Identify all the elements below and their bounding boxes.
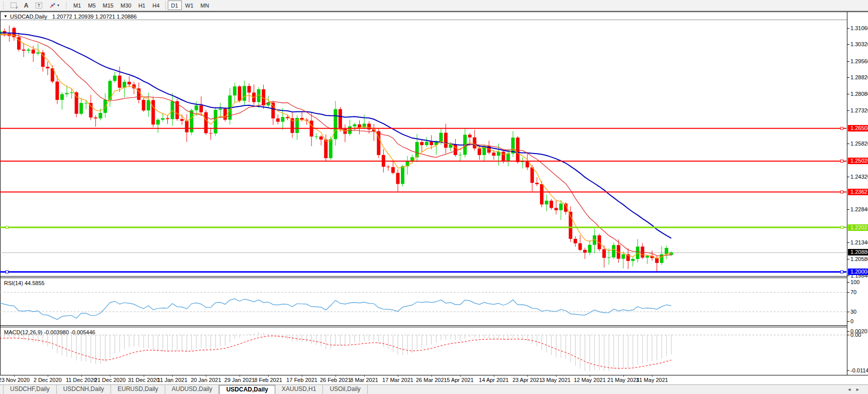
grid-f-icon [11, 3, 17, 8]
price-badge-1.25026: 1.25026 [848, 158, 868, 164]
tab-usdcnh-daily[interactable]: USDCNH,Daily [57, 385, 111, 394]
timeframe-button-m5[interactable]: M5 [84, 1, 99, 10]
collapse-triangle-icon[interactable]: ▼ [4, 14, 8, 19]
timeframe-button-m15[interactable]: M15 [99, 1, 117, 10]
tab-audusd-daily[interactable]: AUDUSD,Daily [165, 385, 220, 394]
macd-axis-label: -0.011462 [847, 367, 868, 373]
boxed-t-icon: T [36, 3, 42, 9]
rsi-pane [0, 292, 846, 319]
candles[interactable] [0, 26, 673, 272]
timeframe-group: M1M5M15M30H1H4D1W1MN [70, 1, 212, 10]
rsi-axis-label: 100 [847, 279, 859, 285]
price-tick-label: 1.28080 [847, 91, 868, 97]
price-tick-label: 1.21340 [847, 239, 868, 245]
tab-usdcad-daily[interactable]: USDCAD,Daily [219, 385, 275, 394]
arrows-tool-button[interactable]: ▾ [46, 1, 63, 10]
price-tick-label: 1.30320 [847, 41, 868, 47]
price-tick-label: 1.24320 [847, 174, 868, 180]
text-tool-button[interactable]: A [20, 1, 32, 10]
price-badge-1.26508: 1.26508 [848, 125, 868, 132]
rsi-axis-label: 0 [847, 318, 853, 324]
chart-window: ▼ USDCAD,Daily 1.20772 1.20939 1.20721 1… [0, 12, 847, 375]
grid-f-tool-button[interactable] [7, 1, 20, 10]
price-tick-label: 1.31060 [847, 25, 868, 31]
rsi-axis-label: 30 [847, 309, 856, 315]
date-axis[interactable]: 23 Nov 20202 Dec 202011 Dec 202021 Dec 2… [0, 375, 868, 384]
price-badge-1.23627: 1.23627 [848, 189, 868, 195]
tab-eurusd-daily[interactable]: EURUSD,Daily [111, 385, 165, 394]
price-axis[interactable]: 1.310601.303201.295601.288201.280801.273… [847, 12, 868, 375]
chart-plot-area[interactable] [0, 12, 847, 375]
timeframe-button-h4[interactable]: H4 [149, 1, 163, 10]
price-badge-1.22021: 1.22021 [848, 224, 868, 231]
toolbar-grip [2, 2, 6, 9]
price-tick-label: 1.22840 [847, 206, 868, 212]
chart-symbol-period: USDCAD,Daily [10, 14, 47, 20]
macd-indicator-label: MACD(12,26,9) -0.003980 -0.005446 [4, 329, 95, 335]
price-tick-label: 1.27320 [847, 107, 868, 113]
chevron-down-icon: ▾ [57, 3, 59, 8]
date-label: 31 May 2021 [632, 377, 672, 383]
timeframe-button-m1[interactable]: M1 [70, 1, 84, 10]
price-tick-label: 1.28820 [847, 74, 868, 80]
chart-title: ▼ USDCAD,Daily 1.20772 1.20939 1.20721 1… [4, 13, 140, 20]
timeframe-button-h1[interactable]: H1 [135, 1, 149, 10]
price-badge-1.20886: 1.20886 [848, 249, 868, 255]
chart-ohlc-quotes: 1.20772 1.20939 1.20721 1.20886 [52, 14, 137, 20]
letter-a-icon: A [24, 2, 29, 9]
tab-xauusd-h1[interactable]: XAUUSD,H1 [275, 385, 323, 394]
price-badge-1.20004: 1.20004 [848, 269, 868, 275]
tab-scroll-arrows[interactable]: ◄► [847, 387, 864, 392]
tab-usdchf-daily[interactable]: USDCHF,Daily [3, 385, 57, 394]
macd-axis-label: 0.00 [847, 332, 861, 338]
mt4-window: { "toolbar": { "tools": [ {"name": "grid… [0, 0, 868, 394]
tab-scroll-right-icon: ► [855, 387, 864, 392]
price-tick-label: 1.29560 [847, 58, 868, 64]
tab-usoil-daily[interactable]: USOil,Daily [323, 385, 367, 394]
diagonal-arrows-icon [49, 3, 56, 9]
price-tick-label: 1.20580 [847, 256, 868, 262]
rsi-axis-label: 70 [847, 289, 856, 295]
toolbar: A T ▾ M1M5M15M30H1H4D1W1MN [0, 0, 868, 12]
timeframe-button-mn[interactable]: MN [197, 1, 212, 10]
macd-pane [0, 332, 846, 371]
label-tool-button[interactable]: T [32, 1, 46, 10]
rsi-indicator-label: RSI(14) 44.5855 [4, 280, 45, 286]
toolbar-separator [165, 2, 166, 10]
timeframe-button-w1[interactable]: W1 [182, 1, 197, 10]
price-tick-label: 1.25820 [847, 141, 868, 147]
tab-scroll-left-icon: ◄ [847, 387, 855, 392]
timeframe-button-m30[interactable]: M30 [117, 1, 135, 10]
horizontal-lines[interactable] [0, 127, 846, 273]
chart-bottom-border [0, 375, 868, 375]
toolbar-grip [65, 2, 68, 9]
timeframe-button-d1[interactable]: D1 [168, 1, 182, 10]
chart-tab-bar: USDCHF,DailyUSDCNH,DailyEURUSD,DailyAUDU… [0, 384, 868, 394]
